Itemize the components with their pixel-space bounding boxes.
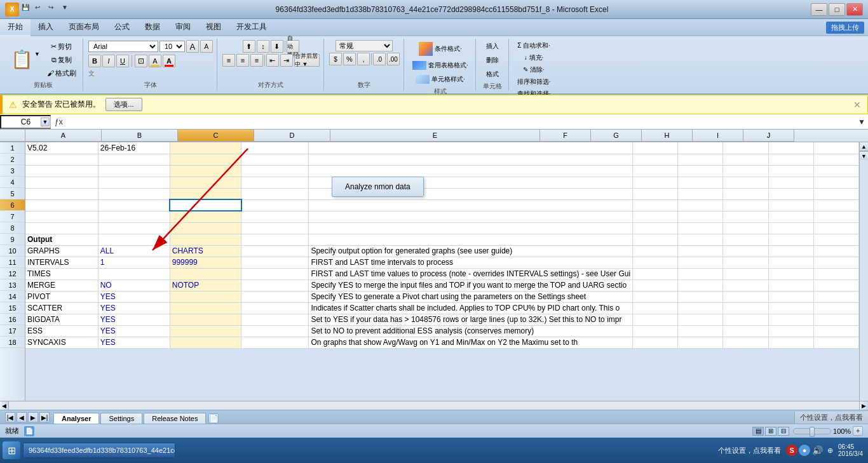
cell-a7[interactable]	[25, 211, 98, 222]
cell-b5[interactable]	[98, 188, 170, 199]
number-format-combo[interactable]: 常规	[336, 40, 393, 51]
formula-input[interactable]	[67, 116, 855, 128]
cell-d9[interactable]	[241, 234, 309, 245]
col-header-e[interactable]: E	[330, 130, 540, 142]
col-header-i[interactable]: I	[693, 130, 743, 142]
cell-b15[interactable]: YES	[98, 302, 170, 314]
cell-a1[interactable]: V5.02	[25, 142, 98, 154]
tab-scroll-last[interactable]: ▶|	[39, 412, 50, 422]
new-sheet-button[interactable]: 📄	[208, 413, 219, 424]
row-num-16[interactable]: 16	[0, 314, 25, 325]
cell-g13[interactable]	[678, 279, 723, 291]
cut-button[interactable]: ✂剪切	[44, 41, 79, 53]
cell-d2[interactable]	[241, 154, 309, 165]
cell-e14[interactable]: Specify YES to generate a Pivot chart us…	[309, 291, 633, 302]
cell-a8[interactable]	[25, 222, 98, 234]
cell-e12[interactable]: FIRST and LAST time values to process (n…	[309, 268, 633, 279]
cell-j12[interactable]	[813, 268, 858, 279]
cell-g11[interactable]	[678, 257, 723, 268]
sys-tray-dot-icon[interactable]: ●	[799, 445, 810, 456]
undo-button[interactable]: ↩	[35, 4, 46, 15]
cell-a5[interactable]	[25, 188, 98, 199]
cell-e11[interactable]: FIRST and LAST time intervals to process	[309, 257, 633, 268]
cell-h16[interactable]	[723, 314, 768, 325]
cell-d11[interactable]	[241, 257, 309, 268]
paste-button[interactable]: 📋 ▼	[8, 49, 43, 70]
cell-f15[interactable]	[633, 302, 678, 314]
cell-a18[interactable]: SYNCAXIS	[25, 337, 98, 348]
cell-d13[interactable]	[241, 279, 309, 291]
cell-ref-dropdown[interactable]: ▼	[41, 117, 50, 126]
row-num-11[interactable]: 11	[0, 257, 25, 268]
cell-j17[interactable]	[813, 325, 858, 337]
cell-g5[interactable]	[678, 188, 723, 199]
scroll-right-button[interactable]: ▶	[859, 401, 868, 410]
font-grow-button[interactable]: A	[186, 40, 199, 53]
scroll-up-button[interactable]: ▲	[860, 142, 868, 151]
cell-i15[interactable]	[768, 302, 813, 314]
cell-b12[interactable]	[98, 268, 170, 279]
cell-f11[interactable]	[633, 257, 678, 268]
sys-tray-time[interactable]: 06:452016/3/4	[838, 443, 863, 457]
row-num-17[interactable]: 17	[0, 325, 25, 337]
cell-j5[interactable]	[813, 188, 858, 199]
cell-f14[interactable]	[633, 291, 678, 302]
cell-b9[interactable]	[98, 234, 170, 245]
cell-j16[interactable]	[813, 314, 858, 325]
cell-d17[interactable]	[241, 325, 309, 337]
align-top-button[interactable]: ⬆	[243, 40, 255, 53]
col-header-j[interactable]: J	[743, 130, 794, 142]
cell-d15[interactable]	[241, 302, 309, 314]
font-name-combo[interactable]: Arial	[88, 41, 158, 52]
cell-a10[interactable]: GRAPHS	[25, 245, 98, 257]
row-num-2[interactable]: 2	[0, 154, 25, 165]
percent-button[interactable]: %	[343, 53, 356, 65]
cell-e7[interactable]	[309, 211, 633, 222]
cell-h12[interactable]	[723, 268, 768, 279]
cell-f9[interactable]	[633, 234, 678, 245]
cell-j15[interactable]	[813, 302, 858, 314]
sheet-tab-settings[interactable]: Settings	[100, 413, 142, 424]
tab-home[interactable]: 开始	[0, 19, 31, 36]
cell-a3[interactable]	[25, 165, 98, 177]
cell-j8[interactable]	[813, 222, 858, 234]
cell-d10[interactable]	[241, 245, 309, 257]
maximize-button[interactable]: □	[829, 3, 845, 16]
cell-c8[interactable]	[170, 222, 241, 234]
cell-c1[interactable]	[170, 142, 241, 154]
cell-g17[interactable]	[678, 325, 723, 337]
cell-e15[interactable]: Indicates if Scatter charts shall be inc…	[309, 302, 633, 314]
autosum-button[interactable]: Σ 自动求和·	[514, 40, 553, 51]
cell-c2[interactable]	[170, 154, 241, 165]
cell-a13[interactable]: MERGE	[25, 279, 98, 291]
cell-c18[interactable]	[170, 337, 241, 348]
formula-expand-button[interactable]: ▼	[855, 117, 868, 126]
row-num-3[interactable]: 3	[0, 165, 25, 177]
underline-button[interactable]: U	[116, 55, 129, 67]
cell-c13[interactable]: NOTOP	[170, 279, 241, 291]
cell-f16[interactable]	[633, 314, 678, 325]
cell-c3[interactable]	[170, 165, 241, 177]
cell-h14[interactable]	[723, 291, 768, 302]
cell-h17[interactable]	[723, 325, 768, 337]
normal-view-button[interactable]: ▤	[752, 427, 764, 436]
row-num-10[interactable]: 10	[0, 245, 25, 257]
cell-f18[interactable]	[633, 337, 678, 348]
cell-a9[interactable]: Output	[25, 234, 98, 245]
page-layout-view-button[interactable]: ⊞	[765, 427, 776, 436]
cell-e9[interactable]	[309, 234, 633, 245]
cell-g10[interactable]	[678, 245, 723, 257]
cell-d14[interactable]	[241, 291, 309, 302]
cell-a16[interactable]: BIGDATA	[25, 314, 98, 325]
align-right-button[interactable]: ≡	[250, 54, 263, 67]
cell-h15[interactable]	[723, 302, 768, 314]
cell-i5[interactable]	[768, 188, 813, 199]
cell-e18[interactable]: On graphs that show Avg/Wavg on Y1 and M…	[309, 337, 633, 348]
cell-c11[interactable]: 999999	[170, 257, 241, 268]
row-num-6[interactable]: 6	[0, 199, 25, 211]
cell-j7[interactable]	[813, 211, 858, 222]
font-shrink-button[interactable]: A	[200, 40, 213, 53]
scroll-down-button[interactable]: ▼	[860, 151, 868, 160]
merge-center-button[interactable]: 合并后居中 ▼	[294, 54, 320, 67]
personalise-link[interactable]: 个性设置，点我看看	[794, 412, 868, 424]
